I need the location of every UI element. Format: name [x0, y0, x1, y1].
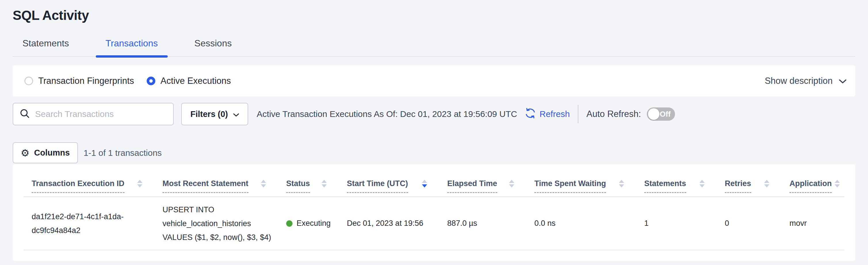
cell-statements: 1 [644, 219, 725, 228]
cell-transaction-execution-id[interactable]: da1f21e2-de71-4c1f-a1da- dc9fc94a84a2 [24, 210, 162, 237]
cell-elapsed-time: 887.0 µs [447, 219, 534, 228]
controls-row: Filters (0) Active Transaction Execution… [13, 103, 855, 125]
filters-button[interactable]: Filters (0) [181, 103, 248, 125]
header-transaction-execution-id[interactable]: Transaction Execution ID [24, 179, 162, 193]
refresh-icon [525, 107, 536, 121]
status-label: Executing [297, 219, 331, 228]
vertical-divider [578, 105, 578, 123]
table-header-row: Transaction Execution ID Most Recent Sta… [24, 164, 844, 197]
table-row[interactable]: da1f21e2-de71-4c1f-a1da- dc9fc94a84a2 UP… [24, 197, 844, 250]
sort-icon [764, 180, 769, 187]
sort-icon-active-desc [422, 180, 427, 187]
refresh-button[interactable]: Refresh [525, 107, 570, 121]
sort-icon [261, 180, 266, 187]
chevron-down-icon [839, 76, 846, 86]
view-options-card: Transaction Fingerprints Active Executio… [13, 65, 855, 97]
header-statements[interactable]: Statements [644, 179, 725, 193]
tab-sessions[interactable]: Sessions [185, 38, 242, 56]
radio-label: Active Executions [160, 76, 231, 86]
sort-icon [700, 180, 705, 187]
refresh-label: Refresh [539, 109, 570, 119]
page-title: SQL Activity [13, 7, 855, 23]
search-input[interactable] [35, 109, 167, 119]
tab-bar: Statements Transactions Sessions [13, 33, 855, 57]
radio-label: Transaction Fingerprints [38, 76, 134, 86]
header-retries[interactable]: Retries [725, 179, 789, 193]
search-icon [19, 108, 30, 121]
header-time-spent-waiting[interactable]: Time Spent Waiting [534, 179, 644, 193]
header-elapsed-time[interactable]: Elapsed Time [447, 179, 534, 193]
sort-icon [321, 180, 327, 187]
sort-icon [137, 180, 143, 187]
columns-button[interactable]: ⚙ Columns [13, 142, 78, 163]
header-status[interactable]: Status [286, 179, 347, 193]
cell-time-spent-waiting: 0.0 ns [534, 219, 644, 228]
sort-icon [835, 180, 840, 187]
page-header: SQL Activity [0, 0, 868, 23]
tab-statements[interactable]: Statements [13, 38, 79, 56]
cell-most-recent-statement: UPSERT INTO vehicle_location_histories V… [162, 203, 286, 244]
cell-application: movr [789, 219, 844, 228]
chevron-down-icon [233, 109, 239, 119]
filters-button-label: Filters (0) [190, 109, 228, 119]
header-application[interactable]: Application [789, 179, 844, 193]
auto-refresh-label: Auto Refresh: [586, 109, 641, 119]
gear-icon: ⚙ [21, 148, 29, 158]
sort-icon [509, 180, 514, 187]
sort-icon [619, 180, 624, 187]
radio-active-executions[interactable]: Active Executions [147, 76, 231, 86]
toggle-knob-icon [648, 108, 659, 120]
radio-button-icon[interactable] [25, 77, 33, 85]
table-meta-row: ⚙ Columns 1-1 of 1 transactions [13, 142, 855, 163]
radio-transaction-fingerprints[interactable]: Transaction Fingerprints [25, 76, 134, 86]
header-start-time[interactable]: Start Time (UTC) [347, 179, 447, 193]
show-description-toggle[interactable]: Show description [765, 76, 846, 86]
search-box[interactable] [13, 103, 174, 125]
header-most-recent-statement[interactable]: Most Recent Statement [162, 179, 286, 193]
view-mode-radio-group: Transaction Fingerprints Active Executio… [25, 76, 231, 86]
cell-start-time: Dec 01, 2023 at 19:56 [347, 219, 447, 228]
radio-button-icon[interactable] [147, 77, 155, 85]
transactions-table: Transaction Execution ID Most Recent Sta… [13, 164, 855, 261]
show-description-label: Show description [765, 76, 833, 86]
columns-button-label: Columns [34, 148, 70, 158]
as-of-timestamp: Active Transaction Executions As Of: Dec… [257, 109, 517, 119]
cell-retries: 0 [725, 219, 789, 228]
tab-transactions[interactable]: Transactions [96, 38, 168, 56]
cell-status: Executing [286, 219, 347, 228]
executing-status-dot-icon [286, 220, 292, 227]
toggle-state-label: Off [660, 110, 671, 119]
auto-refresh-toggle[interactable]: Off [647, 107, 675, 121]
results-count: 1-1 of 1 transactions [84, 148, 162, 158]
